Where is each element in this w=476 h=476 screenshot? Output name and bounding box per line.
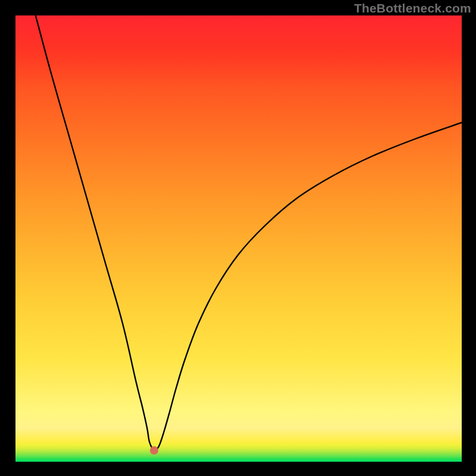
bottleneck-chart: TheBottleneck.com <box>0 0 476 476</box>
bottleneck-curve <box>36 15 462 450</box>
watermark-text: TheBottleneck.com <box>354 1 471 15</box>
frame-right <box>461 0 476 476</box>
frame-bottom <box>0 461 476 476</box>
curve-layer <box>15 15 462 462</box>
minimum-marker-icon <box>150 446 158 455</box>
frame-left <box>0 0 15 476</box>
